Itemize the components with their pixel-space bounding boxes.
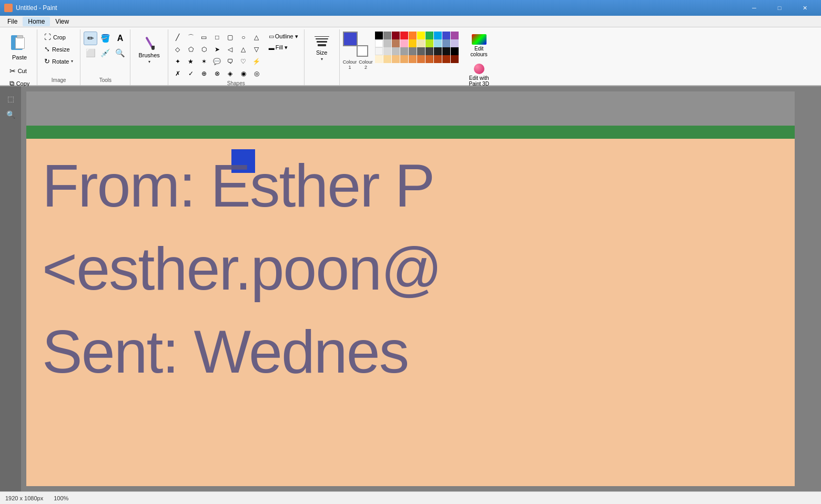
size-content: Size ▾ <box>308 32 336 82</box>
shape-misc2[interactable]: ✓ <box>185 68 197 79</box>
shape-callout[interactable]: 💬 <box>211 56 224 67</box>
brushes-button[interactable]: Brushes ▾ <box>134 32 164 67</box>
shape-misc3[interactable]: ⊕ <box>198 68 210 79</box>
swatch-orange[interactable] <box>409 32 417 39</box>
shape-rect2[interactable]: □ <box>211 32 224 43</box>
shape-hexa[interactable]: ⬡ <box>198 44 210 55</box>
swatch-red[interactable] <box>400 32 408 39</box>
shape-arrow-l[interactable]: ◁ <box>224 44 237 55</box>
tools-label: Tools <box>84 76 127 85</box>
shape-ellipse[interactable]: ○ <box>237 32 250 43</box>
magnify-tool[interactable]: 🔍 <box>113 46 127 60</box>
canvas-image[interactable]: From: Esther P <esther.poon@ Sent: Wedne… <box>26 91 795 486</box>
menu-file[interactable]: File <box>2 17 23 26</box>
shape-rect[interactable]: ▭ <box>198 32 210 43</box>
edit-paint3d-button[interactable]: Edit with Paint 3D <box>461 61 498 89</box>
swatch-darkorange[interactable] <box>409 55 417 63</box>
swatch-gold[interactable] <box>409 39 417 47</box>
colorpick-tool[interactable]: 💉 <box>98 46 112 60</box>
swatch-tan[interactable] <box>392 55 400 63</box>
sidebar-tool-magnify[interactable]: 🔍 <box>3 107 18 122</box>
swatch-gray[interactable] <box>383 32 391 39</box>
fill-dropdown[interactable]: ▬ Fill ▾ <box>266 43 301 53</box>
shape-misc6[interactable]: ◉ <box>237 68 250 79</box>
fill-tool[interactable]: 🪣 <box>98 32 112 45</box>
colour-palette <box>375 32 459 63</box>
shape-misc1[interactable]: ✗ <box>171 68 184 79</box>
swatch-midgray[interactable] <box>409 47 417 55</box>
size-button[interactable]: Size ▾ <box>308 32 336 64</box>
menu-home[interactable]: Home <box>23 17 50 26</box>
canvas-container: ⬚ 🔍 From: Esther P <esther.poon@ Sent: W… <box>0 86 821 491</box>
shape-star6[interactable]: ✶ <box>198 56 210 67</box>
swatch-pink[interactable] <box>400 39 408 47</box>
shape-arrow-r[interactable]: ➤ <box>211 44 224 55</box>
swatch-blue[interactable] <box>442 32 450 39</box>
swatch-skinlight[interactable] <box>375 55 383 63</box>
swatch-lightblue[interactable] <box>434 39 442 47</box>
colour1-box[interactable] <box>343 32 358 46</box>
swatch-darkred[interactable] <box>392 32 400 39</box>
swatch-lime[interactable] <box>425 39 433 47</box>
shape-diamond[interactable]: ◇ <box>171 44 184 55</box>
shape-arrow-d[interactable]: ▽ <box>250 44 263 55</box>
shape-misc7[interactable]: ◎ <box>250 68 263 79</box>
close-button[interactable]: ✕ <box>793 0 817 16</box>
crop-button[interactable]: ⛶ Crop <box>40 32 69 43</box>
swatch-green[interactable] <box>425 32 433 39</box>
swatch-peach[interactable] <box>383 55 391 63</box>
shape-penta[interactable]: ⬠ <box>185 44 197 55</box>
swatch-darkgray[interactable] <box>425 47 433 55</box>
sidebar-tool-select[interactable]: ⬚ <box>3 91 18 106</box>
swatch-sienna[interactable] <box>425 55 433 63</box>
swatch-veryblack[interactable] <box>442 47 450 55</box>
swatch-trueblack[interactable] <box>451 47 459 55</box>
shape-callout2[interactable]: 🗨 <box>224 56 237 67</box>
swatch-steel[interactable] <box>442 39 450 47</box>
menu-view[interactable]: View <box>50 17 74 26</box>
swatch-nearblack[interactable] <box>434 47 442 55</box>
swatch-cyan[interactable] <box>434 32 442 39</box>
swatch-dimgray[interactable] <box>417 47 425 55</box>
maximize-button[interactable]: □ <box>767 0 792 16</box>
pencil-tool[interactable]: ✏ <box>84 32 97 45</box>
swatch-lavender[interactable] <box>451 39 459 47</box>
rotate-button[interactable]: ↻ Rotate ▾ <box>40 56 77 67</box>
shape-arrow-u[interactable]: △ <box>237 44 250 55</box>
swatch-amber[interactable] <box>400 55 408 63</box>
paste-button[interactable]: Paste <box>5 32 34 63</box>
minimize-button[interactable]: ─ <box>742 0 766 16</box>
shape-star5[interactable]: ★ <box>185 56 197 67</box>
swatch-brown[interactable] <box>392 39 400 47</box>
swatch-cream[interactable] <box>417 39 425 47</box>
swatch-darkbrown1[interactable] <box>434 55 442 63</box>
colour2-box[interactable] <box>357 45 368 57</box>
swatch-yellow[interactable] <box>417 32 425 39</box>
swatch-lightgray[interactable] <box>383 39 391 47</box>
resize-button[interactable]: ⤡ Resize <box>40 44 74 55</box>
swatch-darksilver[interactable] <box>400 47 408 55</box>
shape-misc5[interactable]: ◈ <box>224 68 237 79</box>
shape-misc4[interactable]: ⊗ <box>211 68 224 79</box>
swatch-white[interactable] <box>375 39 383 47</box>
shape-roundrect[interactable]: ▢ <box>224 32 237 43</box>
swatch-gainsboro[interactable] <box>383 47 391 55</box>
swatch-purple[interactable] <box>451 32 459 39</box>
shape-lightning[interactable]: ⚡ <box>250 56 263 67</box>
edit-colours-button[interactable]: Edit colours <box>461 32 498 60</box>
shape-triangle[interactable]: △ <box>250 32 263 43</box>
shape-curve[interactable]: ⌒ <box>185 32 197 43</box>
text-tool[interactable]: A <box>113 32 127 45</box>
swatch-burnt[interactable] <box>417 55 425 63</box>
shape-heart[interactable]: ♡ <box>237 56 250 67</box>
swatch-nearwhite[interactable] <box>375 47 383 55</box>
eraser-tool[interactable]: ⬜ <box>84 46 97 60</box>
shape-star4[interactable]: ✦ <box>171 56 184 67</box>
swatch-black[interactable] <box>375 32 383 39</box>
outline-dropdown[interactable]: ▭ Outline ▾ <box>266 32 301 42</box>
cut-button[interactable]: ✂ Cut <box>6 65 34 77</box>
shape-line[interactable]: ╱ <box>171 32 184 43</box>
swatch-darkbrown2[interactable] <box>442 55 450 63</box>
swatch-maroon[interactable] <box>451 55 459 63</box>
swatch-silver[interactable] <box>392 47 400 55</box>
